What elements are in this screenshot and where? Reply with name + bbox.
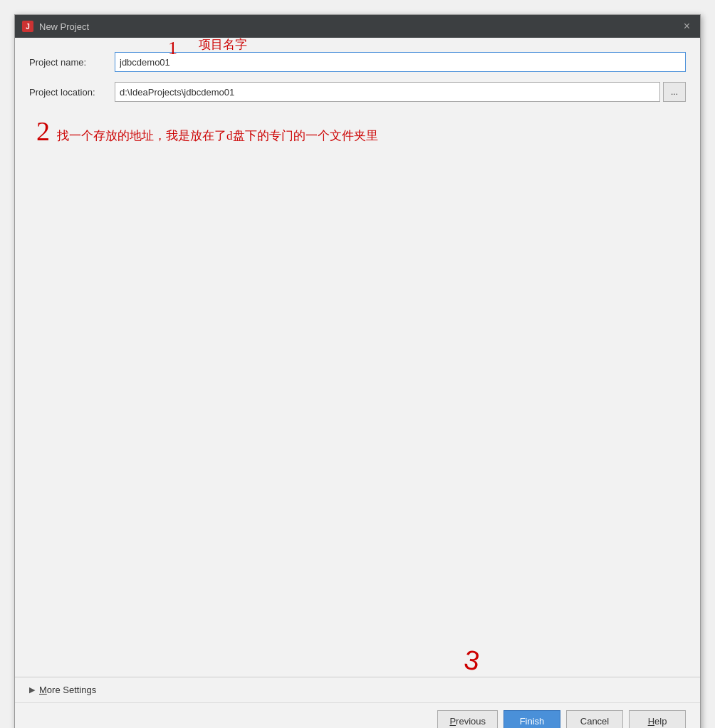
project-name-row: Project name: [29,52,686,72]
new-project-dialog: J New Project × 1 项目名字 Project name: Pro… [14,14,701,728]
project-location-row: Project location: ... [29,82,686,102]
button-row: Previous Finish Cancel Help [15,702,700,728]
window-title: New Project [39,21,89,32]
annotation-label-2: 找一个存放的地址，我是放在了d盘下的专门的一个文件夹里 [57,128,378,144]
previous-label: revious [456,716,486,727]
annotation-label-1: 项目名字 [199,36,247,53]
app-icon: J [22,21,33,32]
cancel-button[interactable]: Cancel [566,710,623,728]
finish-button[interactable]: Finish [503,710,560,728]
help-label: elp [654,716,667,727]
project-location-label: Project location: [29,87,115,98]
project-name-input[interactable] [115,52,686,72]
title-bar: J New Project × [15,15,700,38]
content-area [29,145,686,677]
help-button[interactable]: Help [629,710,686,728]
annotation-2-group: 2 找一个存放的地址，我是放在了d盘下的专门的一个文件夹里 [36,118,686,145]
browse-button[interactable]: ... [663,82,686,102]
project-location-input[interactable] [115,82,660,102]
close-button[interactable]: × [681,19,693,33]
project-name-label: Project name: [29,57,115,68]
previous-underline: P [449,716,456,727]
more-settings-row: ▶ More Settings [15,677,700,702]
title-bar-left: J New Project [22,21,89,32]
more-settings-label[interactable]: More Settings [39,685,96,695]
expand-arrow-icon[interactable]: ▶ [29,685,35,695]
more-settings-underline: M [39,685,47,695]
dialog-body: 1 项目名字 Project name: Project location: .… [15,38,700,677]
annotation-arrow-2: 2 [36,118,50,145]
help-underline: H [648,716,654,727]
previous-button[interactable]: Previous [437,710,498,728]
